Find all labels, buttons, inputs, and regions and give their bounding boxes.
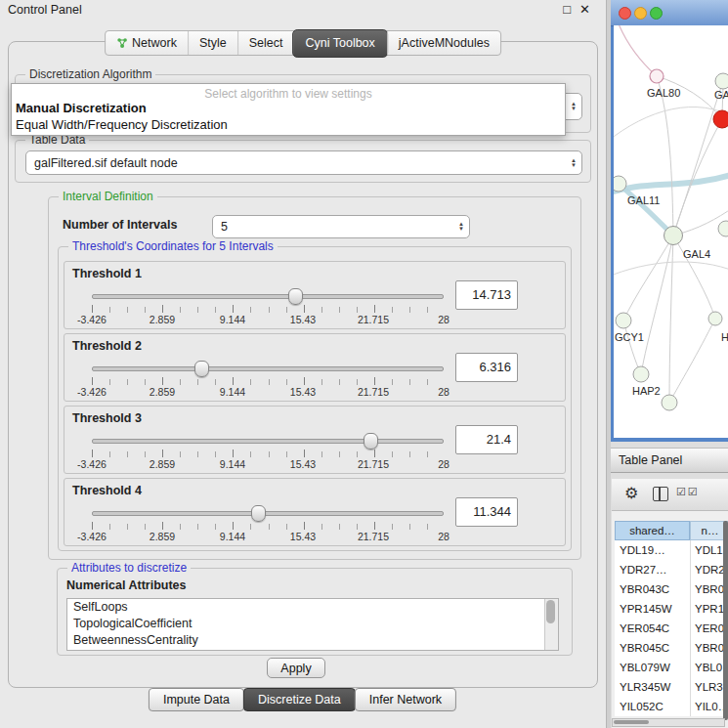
svg-text:GCY1: GCY1 <box>615 331 644 343</box>
table-row[interactable]: YLR345WYLR3… <box>615 677 728 697</box>
column-header-shared-name[interactable]: shared… <box>615 521 690 540</box>
float-window-icon[interactable]: □ <box>563 2 571 17</box>
control-panel-titlebar: Control Panel □ ✕ <box>0 0 606 20</box>
close-icon[interactable]: ✕ <box>579 2 590 17</box>
tab-label: Cyni Toolbox <box>305 31 374 55</box>
control-panel-title: Control Panel <box>8 3 82 17</box>
table-horizontal-scrollbar[interactable] <box>612 718 725 727</box>
node-selected-red <box>713 110 728 128</box>
minimize-traffic-light-icon[interactable] <box>634 7 647 20</box>
threshold-label: Threshold 4 <box>72 484 142 497</box>
table-panel-title: Table Panel <box>619 453 682 467</box>
tab-infer-network[interactable]: Infer Network <box>355 688 456 711</box>
scrollbar-thumb[interactable] <box>614 720 649 724</box>
threshold-label: Threshold 1 <box>72 267 142 280</box>
dropdown-arrows-icon: ▲▼ <box>571 94 577 119</box>
list-item[interactable]: SelfLoops <box>67 599 558 616</box>
slider-ticks <box>92 377 445 385</box>
tab-style[interactable]: Style <box>188 31 237 55</box>
threshold-4-value-field[interactable]: 11.344 <box>455 497 518 527</box>
dropdown-option-equal-width-frequency[interactable]: Equal Width/Frequency Discretization <box>16 117 228 132</box>
gear-icon[interactable]: ⚙ <box>624 484 638 502</box>
cyni-toolbox-panel: Discretization Algorithm ▲▼ Select algor… <box>8 41 598 688</box>
group-title: Attributes to discretize <box>67 561 191 575</box>
table-data-selected-value: galFiltered.sif default node <box>34 151 178 174</box>
dropdown-hint: Select algorithm to view settings <box>12 87 565 101</box>
threshold-2-value-field[interactable]: 6.316 <box>455 353 518 382</box>
threshold-4-slider[interactable]: -3.4262.8599.14415.4321.71528 <box>92 502 444 543</box>
list-item[interactable]: BetweennessCentrality <box>67 632 558 649</box>
bottom-tab-bar: Impute Data Discretize Data Infer Networ… <box>150 688 456 711</box>
close-traffic-light-icon[interactable] <box>619 7 631 20</box>
network-nodes[interactable] <box>614 69 728 410</box>
threshold-1-value-field[interactable]: 14.713 <box>455 280 518 310</box>
table-body: YDL19…YDL1… YDR27…YDR2… YBR043CYBR0… YPR… <box>615 540 728 716</box>
dropdown-option-manual-discretization[interactable]: Manual Discretization <box>16 101 147 115</box>
list-item[interactable]: TopologicalCoefficient <box>67 616 558 632</box>
table-row[interactable]: YBR043CYBR0… <box>615 579 728 599</box>
node-gal11 <box>614 176 626 192</box>
threshold-3-value-field[interactable]: 21.4 <box>455 425 518 454</box>
table-row[interactable]: YDL19…YDL1… <box>615 540 728 560</box>
threshold-label: Threshold 3 <box>72 411 142 425</box>
attributes-group: Attributes to discretize Numerical Attri… <box>57 568 573 656</box>
columns-icon[interactable] <box>653 487 668 501</box>
group-title: Threshold's Coordinates for 5 Intervals <box>68 239 278 253</box>
tab-jactivemodules[interactable]: jActiveMNodules <box>387 31 500 55</box>
node <box>718 221 728 236</box>
network-window-titlebar[interactable] <box>611 0 728 26</box>
svg-text:GAL4: GAL4 <box>683 248 710 260</box>
table-row[interactable]: YPR145WYPR1… <box>615 599 728 619</box>
table-row[interactable]: YBL079WYBL0… <box>615 658 728 677</box>
tab-label: jActiveMNodules <box>399 31 490 55</box>
slider-thumb[interactable] <box>364 433 378 450</box>
node-gcy1 <box>616 313 631 328</box>
tab-discretize-data[interactable]: Discretize Data <box>243 688 356 711</box>
node <box>662 395 677 410</box>
slider-thumb[interactable] <box>194 361 209 377</box>
slider-track[interactable] <box>92 511 444 516</box>
num-intervals-label: Number of Intervals <box>63 218 177 232</box>
slider-ticks <box>92 305 445 313</box>
network-icon <box>116 37 128 49</box>
table-data-dropdown[interactable]: galFiltered.sif default node ▲▼ <box>25 150 582 175</box>
slider-track[interactable] <box>92 294 444 299</box>
top-tab-bar: Network Style Select Cyni Toolbox jActiv… <box>105 30 501 56</box>
right-panel: GAL80 GA GAL11 GAL4 GCY1 H HAP2 Table Pa… <box>611 0 728 728</box>
network-canvas[interactable]: GAL80 GA GAL11 GAL4 GCY1 H HAP2 <box>614 25 728 438</box>
table-row[interactable]: YIL052CYIL0… <box>615 697 728 716</box>
group-title: Interval Definition <box>59 190 157 203</box>
slider-ticks <box>92 522 445 530</box>
table-panel: ⚙ ☑☑ shared… n… YDL19…YDL1… YDR27…YDR2… … <box>612 479 728 728</box>
dropdown-arrows-icon: ▲▼ <box>571 151 577 174</box>
num-intervals-dropdown[interactable]: 5 ▲▼ <box>212 215 470 238</box>
svg-text:HAP2: HAP2 <box>632 385 661 397</box>
tab-network[interactable]: Network <box>106 31 188 55</box>
tab-cyni-toolbox[interactable]: Cyni Toolbox <box>292 29 387 58</box>
table-panel-header[interactable]: Table Panel <box>611 448 728 473</box>
slider-track[interactable] <box>92 366 444 371</box>
threshold-2-slider[interactable]: -3.4262.8599.14415.4321.71528 <box>92 358 444 399</box>
slider-scale: -3.4262.8599.14415.4321.71528 <box>92 458 444 470</box>
slider-scale: -3.4262.8599.14415.4321.71528 <box>92 386 444 398</box>
tab-select[interactable]: Select <box>237 31 294 55</box>
node <box>708 312 722 325</box>
slider-scale: -3.4262.8599.14415.4321.71528 <box>92 314 444 325</box>
node-gal4 <box>664 227 683 245</box>
threshold-1-slider[interactable]: -3.4262.8599.14415.4321.71528 <box>92 285 444 326</box>
threshold-3-slider[interactable]: -3.4262.8599.14415.4321.71528 <box>92 430 444 471</box>
tab-impute-data[interactable]: Impute Data <box>149 688 244 711</box>
select-columns-icon[interactable]: ☑☑ <box>676 486 700 498</box>
network-window: GAL80 GA GAL11 GAL4 GCY1 H HAP2 <box>611 0 728 442</box>
table-row[interactable]: YBR045CYBR0… <box>615 638 728 658</box>
apply-button[interactable]: Apply <box>267 658 325 678</box>
table-vertical-scrollbar[interactable] <box>723 521 728 720</box>
slider-track[interactable] <box>92 439 444 444</box>
list-scrollbar[interactable] <box>544 599 558 650</box>
table-row[interactable]: YDR27…YDR2… <box>615 560 728 579</box>
table-row[interactable]: YER054CYER0… <box>615 619 728 638</box>
scrollbar-thumb[interactable] <box>546 600 555 623</box>
slider-thumb[interactable] <box>288 288 303 305</box>
zoom-traffic-light-icon[interactable] <box>650 7 663 20</box>
slider-thumb[interactable] <box>251 505 266 522</box>
